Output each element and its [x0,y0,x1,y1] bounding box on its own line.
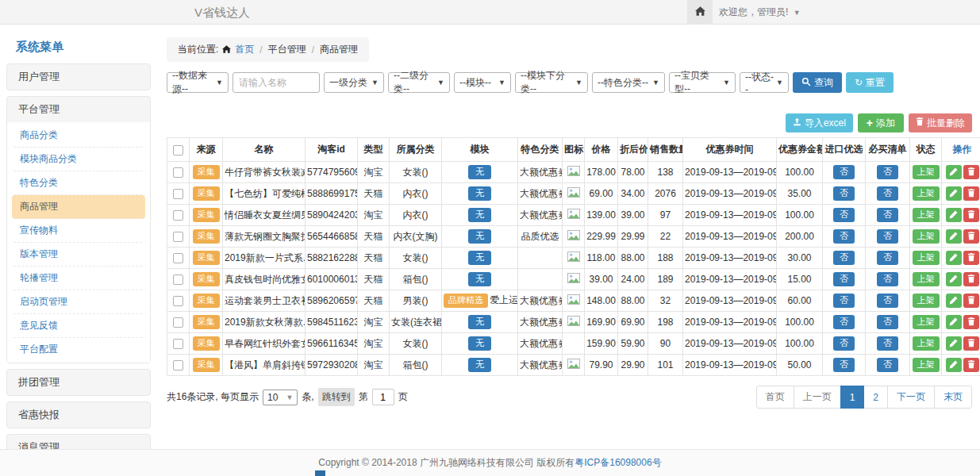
reset-button[interactable]: ↻重置 [846,72,894,93]
jump-button[interactable]: 跳转到 [318,388,355,406]
icp-link[interactable]: 粤ICP备16098006号 [575,457,661,468]
user-menu[interactable]: 欢迎您，管理员! ▼ [719,0,801,25]
delete-button[interactable] [963,358,979,372]
must-buy-toggle[interactable]: 否 [877,186,898,201]
pager-button[interactable]: 下一页 [887,386,935,409]
row-checkbox[interactable] [173,253,183,263]
status-toggle[interactable]: 上架 [913,186,940,201]
must-buy-toggle[interactable]: 否 [877,272,898,286]
delete-button[interactable] [963,208,979,222]
filter-select[interactable]: --二级分类--▼ [388,72,450,93]
status-toggle[interactable]: 上架 [913,165,940,179]
status-toggle[interactable]: 上架 [913,315,940,329]
select-all-checkbox[interactable] [173,145,183,155]
sidebar-subitem[interactable]: 模块商品分类 [12,148,145,171]
row-checkbox[interactable] [173,339,183,349]
name-search-input[interactable] [233,72,320,93]
status-toggle[interactable]: 上架 [913,272,940,286]
delete-button[interactable] [963,251,979,265]
filter-select[interactable]: --数据来源--▼ [167,72,229,93]
delete-button[interactable] [963,229,979,244]
status-toggle[interactable]: 上架 [913,294,940,308]
row-checkbox[interactable] [173,317,183,328]
import-toggle[interactable]: 否 [833,294,855,308]
pager-button[interactable]: 2 [863,386,888,409]
breadcrumb-home-link[interactable]: 首页 [235,43,254,56]
import-toggle[interactable]: 否 [833,186,855,201]
status-toggle[interactable]: 上架 [913,336,940,351]
import-toggle[interactable]: 否 [833,358,855,372]
sidebar-subitem[interactable]: 平台配置 [12,338,145,361]
must-buy-toggle[interactable]: 否 [877,208,898,222]
must-buy-toggle[interactable]: 否 [877,251,898,265]
import-toggle[interactable]: 否 [833,251,855,265]
delete-button[interactable] [963,336,979,351]
import-toggle[interactable]: 否 [833,165,855,179]
edit-button[interactable] [946,229,962,244]
edit-button[interactable] [946,208,962,222]
sidebar-subitem[interactable]: 宣传物料 [12,219,145,243]
edit-button[interactable] [946,358,962,372]
filter-select[interactable]: --状态--▼ [740,72,789,93]
sidebar-subitem[interactable]: 轮播管理 [12,267,145,290]
row-checkbox[interactable] [173,360,183,370]
filter-select[interactable]: --模块下分类--▼ [515,72,588,93]
edit-button[interactable] [946,186,962,201]
filter-select[interactable]: --特色分类--▼ [592,72,665,93]
edit-button[interactable] [946,294,962,308]
query-button[interactable]: 查询 [793,72,842,93]
status-toggle[interactable]: 上架 [913,208,940,222]
must-buy-toggle[interactable]: 否 [877,229,898,244]
sidebar-subitem[interactable]: 意见反馈 [12,314,145,338]
row-checkbox[interactable] [173,189,183,199]
status-toggle[interactable]: 上架 [913,229,940,244]
pager-button[interactable]: 首页 [756,386,794,409]
must-buy-toggle[interactable]: 否 [877,294,898,308]
import-toggle[interactable]: 否 [833,208,855,222]
home-button[interactable] [687,0,713,25]
delete-button[interactable] [963,272,979,286]
row-checkbox[interactable] [173,232,183,242]
page-number-input[interactable] [372,389,394,405]
status-toggle[interactable]: 上架 [913,358,940,372]
sidebar-subitem[interactable]: 版本管理 [12,243,145,267]
sidebar-section[interactable]: 平台管理 [7,97,150,122]
sidebar-section[interactable]: 用户管理 [7,64,150,90]
row-checkbox[interactable] [173,296,183,306]
filter-select[interactable]: --宝贝类型--▼ [669,72,736,93]
must-buy-toggle[interactable]: 否 [877,358,898,372]
add-button[interactable]: + 添加 [858,113,904,132]
sidebar-subitem-active[interactable]: 商品管理 [12,195,145,219]
must-buy-toggle[interactable]: 否 [877,315,898,329]
edit-button[interactable] [946,165,962,179]
import-excel-button[interactable]: 导入excel [786,113,853,132]
batch-delete-button[interactable]: 批量删除 [909,113,972,132]
row-checkbox[interactable] [173,167,183,178]
edit-button[interactable] [946,272,962,286]
pager-button[interactable]: 上一页 [794,386,841,409]
sidebar-section[interactable]: 省惠快报 [7,402,150,428]
filter-select[interactable]: 一级分类▼ [324,72,384,93]
row-checkbox[interactable] [173,210,183,221]
filter-select[interactable]: --模块--▼ [454,72,511,93]
must-buy-toggle[interactable]: 否 [877,165,898,179]
pager-button[interactable]: 1 [840,386,865,409]
edit-button[interactable] [946,251,962,265]
edit-button[interactable] [946,315,962,329]
import-toggle[interactable]: 否 [833,336,855,351]
sidebar-subitem[interactable]: 启动页管理 [12,290,145,314]
import-toggle[interactable]: 否 [833,229,855,244]
delete-button[interactable] [963,186,979,201]
sidebar-section[interactable]: 拼团管理 [7,370,150,395]
import-toggle[interactable]: 否 [833,272,855,286]
delete-button[interactable] [963,315,979,329]
edit-button[interactable] [946,336,962,351]
delete-button[interactable] [963,165,979,179]
sidebar-subitem[interactable]: 特色分类 [12,171,145,195]
delete-button[interactable] [963,294,979,308]
import-toggle[interactable]: 否 [833,315,855,329]
sidebar-subitem[interactable]: 商品分类 [12,124,145,148]
pager-button[interactable]: 末页 [934,386,972,409]
row-checkbox[interactable] [173,274,183,285]
per-page-select[interactable]: 10 ▼ [263,390,298,405]
